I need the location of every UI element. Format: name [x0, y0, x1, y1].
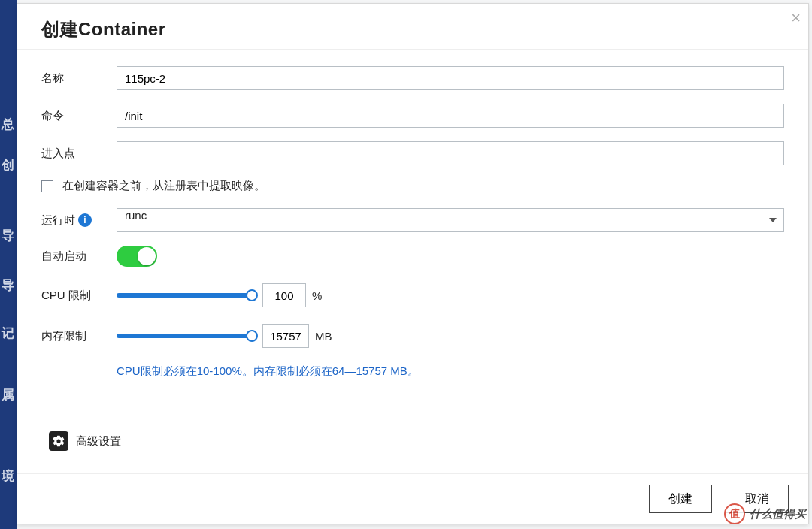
- row-command: 命令: [41, 104, 784, 128]
- row-name: 名称: [41, 66, 784, 90]
- modal-title: 创建Container: [41, 17, 784, 41]
- watermark-text: 什么值得买: [750, 507, 806, 521]
- bg-sidebar-glyph: 导: [2, 227, 14, 244]
- row-runtime: 运行时 i runc: [41, 208, 784, 232]
- limits-hint: CPU限制必须在10-100%。内存限制必须在64—15757 MB。: [117, 364, 784, 379]
- modal-header: 创建Container: [17, 4, 808, 49]
- bg-sidebar-glyph: 导: [2, 277, 14, 294]
- advanced-settings[interactable]: 高级设置: [49, 431, 784, 451]
- background-sidebar: 总 创 导 导 记 属 境: [0, 0, 17, 529]
- row-pull-image: 在创建容器之前，从注册表中提取映像。: [41, 179, 784, 193]
- row-mem-limit: 内存限制 MB: [41, 324, 784, 348]
- mem-slider[interactable]: [117, 334, 252, 338]
- autostart-toggle[interactable]: [117, 246, 157, 267]
- info-icon[interactable]: i: [78, 213, 92, 227]
- create-button[interactable]: 创建: [649, 485, 712, 513]
- bg-sidebar-glyph: 总: [2, 116, 14, 133]
- cpu-slider[interactable]: [117, 293, 252, 298]
- bg-sidebar-glyph: 记: [2, 325, 14, 342]
- modal-footer: 创建 取消: [17, 473, 808, 524]
- row-cpu-limit: CPU 限制 %: [41, 283, 784, 307]
- label-cpu-limit: CPU 限制: [41, 289, 117, 303]
- name-input[interactable]: [117, 66, 784, 90]
- pull-image-label: 在创建容器之前，从注册表中提取映像。: [62, 179, 265, 193]
- modal-body: 名称 命令 进入点 在创建容器之前，从注册表中提取映像。 运行时 i: [17, 49, 808, 473]
- mem-slider-thumb[interactable]: [246, 330, 258, 342]
- bg-sidebar-glyph: 属: [2, 386, 14, 404]
- row-autostart: 自动启动: [41, 246, 784, 267]
- close-icon[interactable]: ×: [791, 10, 801, 26]
- watermark-badge: 值: [724, 503, 745, 524]
- label-command: 命令: [41, 109, 117, 123]
- runtime-select[interactable]: runc: [117, 208, 784, 232]
- bg-sidebar-glyph: 创: [2, 156, 14, 174]
- runtime-selected-value: runc: [125, 209, 147, 222]
- label-runtime: 运行时: [41, 213, 75, 228]
- entrypoint-input[interactable]: [117, 141, 784, 165]
- advanced-settings-link[interactable]: 高级设置: [76, 434, 121, 449]
- watermark: 值 什么值得买: [724, 503, 806, 524]
- toggle-knob: [138, 247, 156, 265]
- bg-sidebar-glyph: 境: [2, 467, 14, 485]
- mem-mb-input[interactable]: [262, 324, 309, 348]
- mem-unit: MB: [315, 330, 332, 343]
- label-mem-limit: 内存限制: [41, 329, 117, 343]
- cpu-percent-input[interactable]: [262, 283, 306, 307]
- create-container-modal: × 创建Container 名称 命令 进入点 在创建容器之前，从注册表中提取映…: [17, 3, 809, 524]
- label-name: 名称: [41, 71, 117, 86]
- label-entrypoint: 进入点: [41, 147, 117, 161]
- pull-image-checkbox[interactable]: [41, 180, 53, 192]
- label-autostart: 自动启动: [41, 249, 117, 264]
- cpu-unit: %: [312, 289, 322, 302]
- row-entrypoint: 进入点: [41, 141, 784, 165]
- command-input[interactable]: [117, 104, 784, 128]
- gear-icon: [49, 431, 68, 451]
- cpu-slider-thumb[interactable]: [246, 289, 258, 301]
